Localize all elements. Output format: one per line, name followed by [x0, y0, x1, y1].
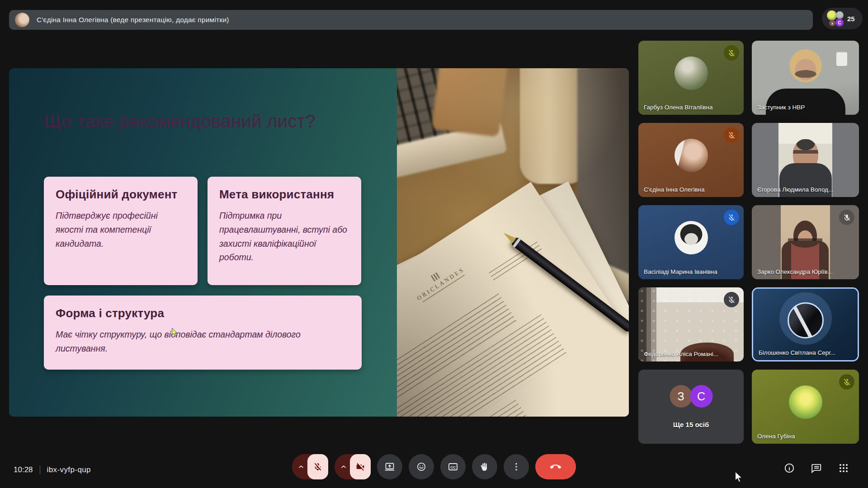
mic-off-icon: [839, 210, 854, 225]
participant-grid: Гарбуз Олена Віталіївна Заступник з НВР …: [638, 41, 861, 453]
end-call-icon: [550, 461, 561, 473]
camera-toggle: [335, 454, 371, 479]
reactions-button[interactable]: [409, 454, 434, 479]
mic-off-icon: [724, 210, 739, 225]
slide-title: Що таке рекомендований лист?: [44, 111, 316, 131]
card-body: Має чітку структуру, що відповідає станд…: [56, 328, 350, 356]
mic-off-icon: [724, 45, 739, 61]
chat-button[interactable]: [807, 459, 826, 477]
presenter-banner-text: С'єдіна Інна Олегівна (веде презентацію,…: [37, 16, 229, 24]
avatar: З: [670, 385, 692, 408]
present-button[interactable]: [377, 454, 402, 479]
avatar: з: [829, 20, 835, 26]
participant-name: Федоренко Аліса Романі...: [644, 351, 718, 357]
participant-tile[interactable]: Васіліаді Марина Іванівна: [638, 205, 744, 279]
card-heading: Офіційний документ: [56, 188, 186, 202]
svg-text:CC: CC: [450, 465, 456, 469]
mic-off-icon: [724, 292, 739, 307]
chat-icon: [811, 462, 822, 474]
participant-tile[interactable]: С'єдіна Інна Олегівна: [638, 123, 744, 197]
captions-button[interactable]: CC: [440, 454, 466, 479]
slide-card: Форма і структура Має чітку структуру, щ…: [44, 296, 362, 370]
participant-tile[interactable]: Білошенко Світлана Серг...: [752, 287, 859, 361]
presentation-slide: Що таке рекомендований лист? Офіційний д…: [9, 68, 397, 417]
participant-tile[interactable]: Зарко Олександра Юріїв...: [752, 205, 859, 279]
avatar: C: [835, 19, 844, 27]
participant-count: 25: [847, 15, 855, 23]
mouse-cursor-icon: [735, 472, 743, 483]
mic-off-icon: [839, 374, 854, 389]
avatar: [827, 10, 837, 20]
captions-icon: CC: [448, 461, 458, 472]
present-screen-icon: [384, 461, 395, 472]
participant-count-pill[interactable]: з C 25: [822, 8, 863, 29]
slide-photo: ORICLANDES: [397, 68, 629, 417]
presenter-banner[interactable]: С'єдіна Інна Олегівна (веде презентацію,…: [9, 10, 813, 30]
card-heading: Форма і структура: [56, 306, 350, 320]
participant-tile[interactable]: Гарбуз Олена Віталіївна: [638, 41, 744, 115]
slide-card: Мета використання Підтримка при працевла…: [208, 177, 361, 285]
mic-toggle: [292, 454, 328, 479]
info-button[interactable]: [780, 459, 798, 477]
chevron-up-icon: [297, 463, 305, 470]
participant-name: С'єдіна Інна Олегівна: [644, 186, 705, 193]
smile-icon: [416, 461, 427, 472]
camera-off-icon: [355, 462, 365, 472]
participant-tile[interactable]: Заступник з НВР: [752, 41, 859, 115]
meeting-code: ibx-vyfp-qup: [47, 465, 91, 474]
meeting-side-controls: [780, 459, 853, 477]
overflow-avatars: З С: [670, 385, 712, 408]
avatar: [836, 11, 844, 19]
participant-name: Зарко Олександра Юріїв...: [757, 268, 833, 275]
participant-tile[interactable]: Олена Губіна: [752, 370, 859, 444]
mic-off-icon: [724, 127, 739, 143]
clock: 10:28: [14, 465, 33, 474]
participant-tile[interactable]: Єгорова Людмила Волод...: [752, 123, 859, 197]
participant-name: Ще 15 осіб: [673, 421, 709, 428]
meeting-info: 10:28 ibx-vyfp-qup: [14, 460, 91, 480]
card-body: Підтримка при працевлаштуванні, вступі а…: [219, 209, 349, 264]
mic-off-icon: [313, 462, 323, 472]
avatar: [675, 221, 708, 254]
raise-hand-icon: [479, 461, 490, 472]
camera-off-button[interactable]: [350, 454, 371, 479]
mic-off-button[interactable]: [307, 454, 328, 479]
avatar: [788, 302, 824, 338]
participant-name: Білошенко Світлана Серг...: [759, 349, 835, 356]
avatar: [675, 56, 708, 90]
participant-tile[interactable]: З С Ще 15 осіб: [638, 370, 744, 444]
participant-name: Васіліаді Марина Іванівна: [644, 268, 717, 275]
activities-button[interactable]: [835, 459, 853, 477]
presenter-avatar: [15, 13, 29, 27]
more-vertical-icon: [511, 461, 522, 472]
chevron-up-icon: [340, 463, 347, 470]
end-call-button[interactable]: [535, 454, 576, 479]
raise-hand-button[interactable]: [472, 454, 497, 479]
avatar: С: [690, 385, 712, 408]
participant-name: Олена Губіна: [757, 433, 795, 440]
card-body: Підтверджує професійні якості та компете…: [56, 209, 186, 250]
participant-name: Єгорова Людмила Волод...: [757, 186, 833, 193]
card-heading: Мета використання: [219, 188, 349, 202]
divider: [40, 465, 40, 474]
participant-name: Заступник з НВР: [757, 104, 805, 111]
slide-card: Офіційний документ Підтверджує професійн…: [44, 177, 198, 285]
call-controls: CC: [292, 454, 576, 479]
more-options-button[interactable]: [504, 454, 529, 479]
participant-name: Гарбуз Олена Віталіївна: [644, 104, 712, 111]
participant-avatar-cluster: з C: [826, 10, 844, 27]
avatar: [675, 139, 708, 172]
avatar: [789, 385, 822, 419]
apps-grid-icon: [838, 462, 849, 474]
screen-share-stage: Що таке рекомендований лист? Офіційний д…: [9, 68, 629, 417]
participant-tile[interactable]: Федоренко Аліса Романі...: [638, 287, 744, 361]
info-icon: [783, 462, 795, 474]
